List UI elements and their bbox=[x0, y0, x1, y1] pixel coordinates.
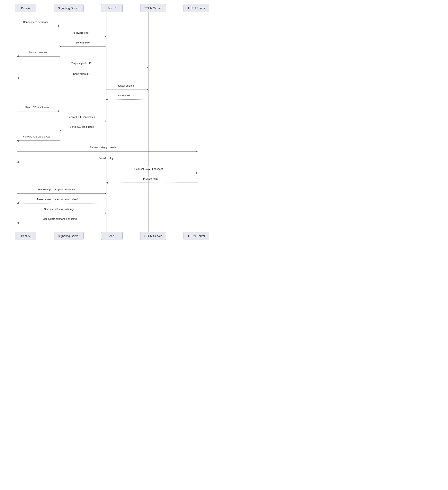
arrow-line bbox=[61, 47, 106, 47]
arrowhead bbox=[17, 77, 19, 79]
message-3: Forward answer bbox=[17, 54, 60, 58]
message-2: Send answer bbox=[60, 45, 106, 49]
message-label: Request relay (if needed) bbox=[134, 167, 164, 170]
arrow-line bbox=[19, 162, 198, 162]
message-label: Connect and send offer bbox=[22, 21, 50, 24]
message-0: Connect and send offer bbox=[17, 24, 60, 28]
message-label: Forward answer bbox=[28, 51, 48, 54]
message-9: Forward ICE candidates bbox=[60, 119, 106, 123]
actor-turn: TURN Server bbox=[184, 4, 209, 12]
message-label: Send ICE candidates bbox=[25, 106, 50, 109]
arrow-line bbox=[19, 223, 106, 223]
arrowhead bbox=[17, 140, 19, 142]
arrow-line bbox=[19, 56, 60, 57]
arrow-line bbox=[60, 121, 105, 121]
message-15: Provide relay bbox=[106, 181, 198, 185]
message-13: Provide relay bbox=[17, 160, 198, 164]
arrowhead bbox=[105, 192, 106, 194]
lifelines-area: Connect and send offerForward offerSend … bbox=[0, 12, 224, 232]
message-16: Establish peer-to-peer connection bbox=[17, 192, 106, 195]
arrow-line bbox=[17, 151, 196, 152]
arrow-line bbox=[108, 99, 148, 100]
message-7: Send public IP bbox=[106, 97, 148, 101]
message-label: Provide relay bbox=[143, 177, 159, 180]
message-11: Forward ICE candidates bbox=[17, 139, 60, 143]
arrowhead bbox=[58, 110, 60, 112]
message-label: Peer-to-peer connection established bbox=[36, 198, 78, 201]
message-label: Provide relay bbox=[98, 157, 114, 160]
message-17: Peer-to-peer connection established bbox=[17, 201, 106, 205]
message-1: Forward offer bbox=[60, 35, 106, 39]
arrowhead bbox=[105, 212, 106, 214]
arrowhead bbox=[196, 150, 198, 152]
message-label: Establish peer-to-peer connection bbox=[37, 188, 77, 191]
message-5: Send public IP bbox=[17, 76, 148, 80]
lifeline-peerB bbox=[106, 12, 106, 232]
actor-signaling: Signaling Server bbox=[54, 4, 84, 12]
actor-stun: STUN Server bbox=[140, 232, 166, 240]
arrowhead bbox=[17, 202, 19, 204]
top-actors-row: Peer ASignaling ServerPeer BSTUN ServerT… bbox=[0, 4, 224, 12]
actor-peerA: Peer A bbox=[15, 4, 36, 12]
actor-peerA: Peer A bbox=[15, 232, 36, 240]
arrowhead bbox=[60, 46, 61, 48]
arrow-line bbox=[108, 183, 198, 183]
message-8: Send ICE candidates bbox=[17, 109, 60, 113]
lifeline-stun bbox=[148, 12, 149, 232]
arrow-line bbox=[106, 173, 196, 173]
bottom-actors-row: Peer ASignaling ServerPeer BSTUN ServerT… bbox=[0, 232, 224, 240]
message-4: Request public IP bbox=[17, 65, 148, 69]
actor-peerB: Peer B bbox=[101, 232, 123, 240]
arrowhead bbox=[105, 120, 106, 122]
message-label: Start media/data exchange bbox=[43, 208, 75, 210]
message-label: Forward ICE candidates bbox=[67, 115, 96, 118]
actor-stun: STUN Server bbox=[140, 4, 166, 12]
message-label: Forward offer bbox=[73, 31, 90, 34]
arrow-line bbox=[60, 37, 105, 37]
arrowhead bbox=[17, 161, 19, 163]
arrow-line bbox=[106, 90, 147, 90]
message-label: Media/data exchange ongoing bbox=[42, 217, 77, 220]
arrowhead bbox=[147, 66, 148, 68]
message-label: Send public IP bbox=[72, 72, 90, 75]
arrowhead bbox=[106, 182, 108, 184]
actor-turn: TURN Server bbox=[184, 232, 209, 240]
actor-peerB: Peer B bbox=[101, 4, 123, 12]
message-label: Request public IP bbox=[115, 84, 136, 87]
message-14: Request relay (if needed) bbox=[106, 171, 198, 175]
lifeline-turn bbox=[198, 12, 198, 232]
message-19: Media/data exchange ongoing bbox=[17, 221, 106, 225]
message-10: Send ICE candidates bbox=[60, 129, 106, 133]
message-label: Request public IP bbox=[70, 62, 92, 65]
message-12: Request relay (if needed) bbox=[17, 149, 198, 153]
arrow-line bbox=[19, 203, 106, 203]
arrowhead bbox=[60, 130, 61, 132]
arrow-line bbox=[61, 131, 106, 131]
arrow-line bbox=[17, 67, 147, 67]
message-label: Send ICE candidates bbox=[69, 125, 94, 128]
message-6: Request public IP bbox=[106, 88, 148, 92]
arrowhead bbox=[196, 172, 198, 174]
arrowhead bbox=[17, 222, 19, 224]
message-label: Send public IP bbox=[117, 94, 135, 97]
actor-signaling: Signaling Server bbox=[54, 232, 84, 240]
message-label: Request relay (if needed) bbox=[89, 146, 119, 149]
arrow-line bbox=[17, 26, 58, 26]
arrowhead bbox=[106, 98, 108, 100]
arrowhead bbox=[147, 89, 148, 91]
message-label: Forward ICE candidates bbox=[22, 135, 51, 138]
arrow-line bbox=[17, 193, 105, 194]
lifeline-peerA bbox=[17, 12, 17, 232]
sequence-diagram: Peer ASignaling ServerPeer BSTUN ServerT… bbox=[0, 0, 224, 244]
arrowhead bbox=[58, 25, 60, 27]
message-18: Start media/data exchange bbox=[17, 211, 106, 215]
arrowhead bbox=[17, 55, 19, 57]
message-label: Send answer bbox=[75, 41, 91, 44]
arrowhead bbox=[105, 36, 106, 38]
